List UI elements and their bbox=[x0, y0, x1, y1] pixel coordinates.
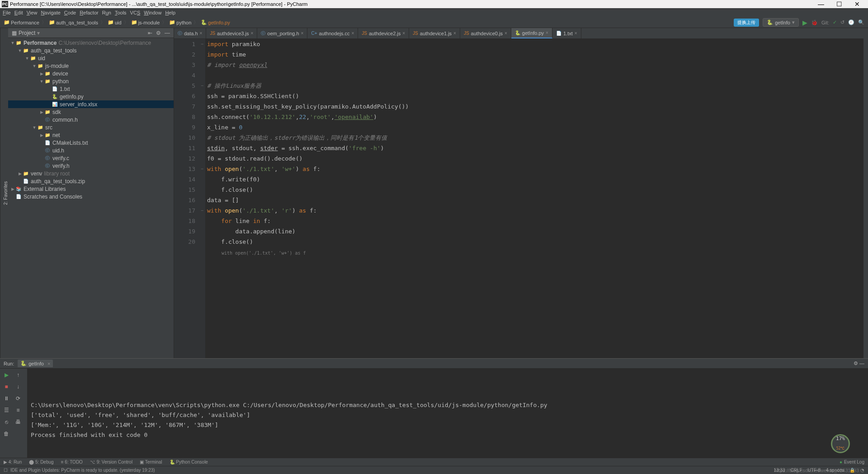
tree-row[interactable]: ▼📁python bbox=[8, 77, 174, 85]
print-icon[interactable]: 🖶 bbox=[14, 417, 23, 427]
tree-row[interactable]: ⓒverify.c bbox=[8, 154, 174, 162]
status-bar: ☐ IDE and Plugin Updates: PyCharm is rea… bbox=[0, 466, 868, 474]
editor-tab[interactable]: ⓒoem_porting.h× bbox=[257, 28, 307, 38]
tree-row[interactable]: ▼📁src bbox=[8, 123, 174, 131]
menu-edit[interactable]: Edit bbox=[14, 10, 23, 15]
tool-debug[interactable]: ⬤ 5: Debug bbox=[29, 460, 53, 465]
upload-badge[interactable]: 提换上传 bbox=[734, 19, 759, 27]
maximize-button[interactable]: ☐ bbox=[830, 0, 848, 8]
left-tool-strip: 1: Project 7: Structure 2: Favorites bbox=[0, 28, 8, 358]
code-content[interactable]: import paramikoimport time# import openp… bbox=[205, 39, 863, 358]
scratches[interactable]: 📄Scratches and Consoles bbox=[8, 193, 174, 200]
tool-terminal[interactable]: ▣ Terminal bbox=[140, 460, 162, 465]
tree-row[interactable]: ▼📁uid bbox=[8, 54, 174, 62]
console-output[interactable]: 17% 52℃ C:\Users\lenovo\Desktop\Performa… bbox=[27, 369, 868, 458]
debug-button[interactable]: 🐞 bbox=[811, 19, 818, 26]
hide-icon[interactable]: — bbox=[165, 30, 170, 36]
step-down-icon[interactable]: ↓ bbox=[14, 382, 23, 391]
tree-row[interactable]: ▼📁auth_qa_test_tools bbox=[8, 47, 174, 54]
search-icon[interactable]: 🔍 bbox=[858, 19, 864, 25]
tool-run[interactable]: ▶ 4: Run bbox=[4, 460, 22, 465]
status-icon[interactable]: ☐ bbox=[4, 468, 8, 473]
menu-file[interactable]: File bbox=[3, 10, 11, 15]
menu-code[interactable]: Code bbox=[64, 10, 76, 15]
code-editor[interactable]: 1234567891011121314151617181920 −−−− imp… bbox=[174, 39, 863, 358]
performance-badge: 17% 52℃ bbox=[831, 434, 850, 453]
menu-view[interactable]: View bbox=[27, 10, 38, 15]
menu-run[interactable]: Run bbox=[102, 10, 111, 15]
editor-tabs: ⓒdata.h×JSauthdevice3.js×ⓒoem_porting.h×… bbox=[174, 28, 863, 39]
tool-todo[interactable]: ≡ 6: TODO bbox=[61, 460, 83, 465]
inspection-icon[interactable]: ◔ bbox=[860, 468, 864, 473]
tree-row[interactable]: ⓒcommon.h bbox=[8, 116, 174, 123]
tree-row[interactable]: ⓒuid.h bbox=[8, 147, 174, 154]
editor-tab[interactable]: 📄1.txt× bbox=[552, 28, 581, 38]
tree-row[interactable]: 📊server_info.xlsx bbox=[8, 100, 174, 108]
tree-row[interactable]: 🐍getInfo.py bbox=[8, 93, 174, 100]
navigation-bar: 📁Performance〉 📁auth_qa_test_tools〉 📁uid〉… bbox=[0, 17, 868, 28]
menu-vcs[interactable]: VCS bbox=[130, 10, 141, 15]
tree-row[interactable]: ▶📁sdk bbox=[8, 108, 174, 116]
event-log[interactable]: ● Event Log bbox=[840, 460, 864, 465]
rerun-icon[interactable]: ▶ bbox=[2, 370, 11, 379]
bottom-tool-strip: ▶ 4: Run ⬤ 5: Debug ≡ 6: TODO ⌥ 9: Versi… bbox=[0, 458, 868, 466]
tree-row[interactable]: 📄auth_qa_test_tools.zip bbox=[8, 177, 174, 185]
close-button[interactable]: ✕ bbox=[848, 0, 866, 8]
stop-icon[interactable]: ■ bbox=[2, 382, 11, 391]
export-icon[interactable]: ⎋ bbox=[2, 417, 11, 427]
project-title: Project bbox=[19, 30, 35, 36]
tree-row[interactable]: ▼📁js-module bbox=[8, 62, 174, 70]
breadcrumb[interactable]: 📁Performance〉 📁auth_qa_test_tools〉 📁uid〉… bbox=[4, 19, 230, 26]
tree-row[interactable]: 📄1.txt bbox=[8, 85, 174, 93]
redo-icon[interactable]: ⟳ bbox=[14, 394, 23, 403]
tree-row[interactable]: ▶📁net bbox=[8, 131, 174, 139]
editor-tab[interactable]: 🐍getInfo.py× bbox=[511, 28, 552, 38]
editor-tab[interactable]: C+authnodejs.cc× bbox=[307, 28, 358, 38]
run-button[interactable]: ▶ bbox=[802, 19, 807, 26]
main-menu: File Edit View Navigate Code Refactor Ru… bbox=[0, 8, 868, 17]
settings-icon[interactable]: ⚙ bbox=[156, 30, 161, 36]
editor-tab[interactable]: JSauthdevice0.js× bbox=[460, 28, 511, 38]
editor-tab[interactable]: JSauthdevice2.js× bbox=[358, 28, 409, 38]
right-gutter bbox=[863, 28, 868, 358]
project-tree[interactable]: ▼📁 Performance C:\Users\lenovo\Desktop\P… bbox=[8, 38, 174, 358]
step-up-icon[interactable]: ↑ bbox=[14, 370, 23, 379]
window-titlebar: PC Performance [C:\Users\lenovo\Desktop\… bbox=[0, 0, 868, 8]
run-tab[interactable]: 🐍 getInfo × bbox=[18, 360, 53, 367]
trash-icon[interactable]: 🗑 bbox=[2, 429, 11, 438]
menu-help[interactable]: Help bbox=[165, 10, 175, 15]
layout-icon[interactable]: ☰ bbox=[2, 406, 11, 415]
tree-root[interactable]: ▼📁 Performance C:\Users\lenovo\Desktop\P… bbox=[8, 39, 174, 47]
menu-tools[interactable]: Tools bbox=[115, 10, 127, 15]
minimize-button[interactable]: — bbox=[812, 0, 830, 8]
tree-row[interactable]: 📄CMakeLists.txt bbox=[8, 139, 174, 147]
chevron-down-icon[interactable]: ▾ bbox=[37, 30, 40, 36]
editor-tab[interactable]: JSauthdevice1.js× bbox=[409, 28, 460, 38]
external-libraries[interactable]: ▶📚External Libraries bbox=[8, 185, 174, 193]
run-config-selector[interactable]: 🐍 getInfo ▾ bbox=[763, 18, 799, 27]
tool-vcs[interactable]: ⌥ 9: Version Control bbox=[90, 460, 132, 465]
tool-favorites[interactable]: 2: Favorites bbox=[3, 30, 8, 356]
menu-navigate[interactable]: Navigate bbox=[41, 10, 60, 15]
vcs-rollback-icon[interactable]: ↺ bbox=[840, 19, 844, 25]
project-tool-window: ▦ Project ▾ ⇤ ⚙ — ▼📁 Performance C:\User… bbox=[8, 28, 174, 358]
menu-refactor[interactable]: Refactor bbox=[80, 10, 99, 15]
tree-row[interactable]: ⓒverify.h bbox=[8, 162, 174, 170]
editor-tab[interactable]: ⓒdata.h× bbox=[174, 28, 206, 38]
run-settings-icon[interactable]: ⚙ — bbox=[854, 360, 864, 366]
tree-row[interactable]: ▶📁device bbox=[8, 70, 174, 77]
tool-python-console[interactable]: 🐍 Python Console bbox=[170, 460, 208, 465]
watermark: https://blog.csdn.net/weixin_43431593 bbox=[774, 468, 859, 473]
editor-tab[interactable]: JSauthdevice3.js× bbox=[206, 28, 257, 38]
app-icon: PC bbox=[2, 1, 8, 7]
collapse-icon[interactable]: ⇤ bbox=[148, 30, 152, 36]
vcs-update-icon[interactable]: ✓ bbox=[833, 19, 837, 25]
tree-row[interactable]: ▶📁venvlibrary root bbox=[8, 170, 174, 177]
run-tool-window: Run: 🐍 getInfo × ⚙ — ▶ ↑ ■ ↓ ⏸ ⟳ ☰ ≡ ⎋ 🖶… bbox=[0, 358, 868, 458]
vcs-history-icon[interactable]: 🕘 bbox=[848, 19, 854, 25]
window-title: Performance [C:\Users\lenovo\Desktop\Per… bbox=[10, 1, 307, 7]
fold-gutter[interactable]: −−−− bbox=[199, 39, 205, 358]
pause-icon[interactable]: ⏸ bbox=[2, 394, 11, 403]
filter-icon[interactable]: ≡ bbox=[14, 406, 23, 415]
menu-window[interactable]: Window bbox=[144, 10, 161, 15]
